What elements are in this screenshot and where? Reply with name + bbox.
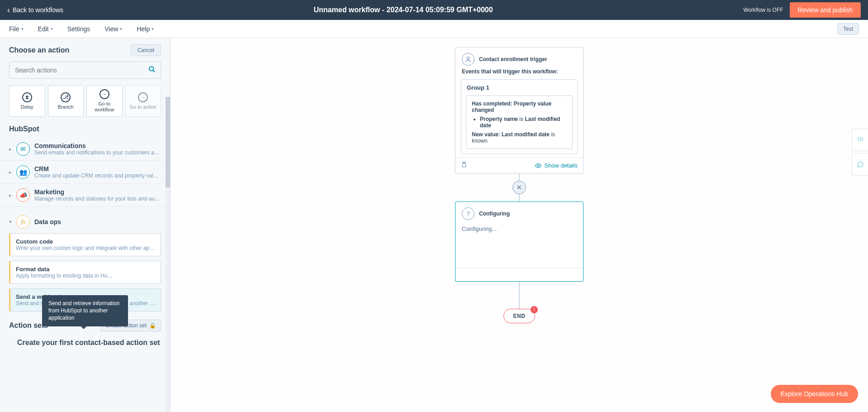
eye-icon: [535, 163, 541, 169]
chevron-down-icon: ▾: [152, 26, 154, 31]
search-input[interactable]: [9, 62, 161, 79]
svg-rect-6: [858, 138, 859, 139]
svg-line-1: [153, 70, 155, 72]
top-bar: ‹ Back to workflows Unnamed workflow - 2…: [0, 0, 868, 20]
question-icon: ?: [462, 207, 474, 220]
clipboard-icon[interactable]: [461, 162, 467, 169]
lock-icon: 🔒: [149, 322, 156, 329]
menu-bar: File▾ Edit▾ Settings View▾ Help▾ Test: [0, 20, 868, 38]
remove-step-button[interactable]: ✕: [512, 181, 526, 194]
chevron-right-icon: ▸: [9, 192, 12, 198]
category-data-ops-header[interactable]: ▸ fx Data ops: [0, 211, 170, 233]
explore-operations-hub-button[interactable]: Explore Operations Hub: [771, 385, 858, 403]
delay-icon: ⧗: [22, 92, 32, 102]
chevron-down-icon: ▾: [21, 26, 24, 31]
action-sidebar: Choose an action Cancel ⧗ Delay ⎇ Branch: [0, 38, 171, 412]
action-format-data[interactable]: Format data Apply formatting to existing…: [9, 261, 161, 284]
category-marketing[interactable]: ▸ 📣 Marketing Manage records and statuse…: [0, 184, 170, 207]
back-label: Back to workflows: [13, 6, 63, 14]
arrow-right-icon: →: [138, 92, 148, 102]
minimap-button[interactable]: [852, 129, 868, 151]
menu-view[interactable]: View▾: [104, 25, 122, 33]
branch-icon: ⎇: [61, 92, 71, 102]
arrow-right-icon: →: [100, 89, 109, 99]
svg-rect-8: [862, 138, 863, 139]
contact-icon: [462, 53, 474, 66]
chevron-down-icon: ▾: [51, 26, 53, 31]
review-publish-button[interactable]: Review and publish: [790, 2, 861, 18]
quick-go-to-workflow[interactable]: → Go to workflow: [86, 85, 123, 117]
trigger-filter: Has completed: Property value changed Pr…: [466, 96, 573, 149]
svg-point-0: [149, 67, 153, 71]
function-icon: fx: [16, 215, 30, 229]
group-title: Group 1: [461, 80, 577, 96]
comments-button[interactable]: [852, 153, 868, 176]
webhook-tooltip: Send and retrieve information from HubSp…: [42, 295, 128, 326]
enrollment-trigger-node[interactable]: Contact enrollment trigger Events that w…: [455, 47, 583, 173]
sidebar-title: Choose an action: [9, 46, 69, 54]
chevron-right-icon: ▸: [9, 146, 12, 152]
scrollbar-thumb[interactable]: [166, 97, 170, 187]
workflow-title: Unnamed workflow - 2024-07-14 05:09:59 G…: [63, 6, 743, 14]
hubspot-heading: HubSpot: [9, 125, 161, 133]
cancel-button[interactable]: Cancel: [131, 44, 161, 56]
chevron-right-icon: ▸: [9, 169, 12, 175]
configuring-body: Configuring...: [455, 223, 583, 264]
menu-file[interactable]: File▾: [9, 25, 24, 33]
first-action-set-cta[interactable]: Create your first contact-based action s…: [9, 339, 161, 347]
action-custom-code[interactable]: Custom code Write your own custom logic …: [9, 233, 161, 256]
svg-point-5: [538, 165, 540, 167]
workflow-status: Workflow is OFF: [743, 7, 783, 13]
chevron-down-icon: ▾: [120, 26, 122, 31]
svg-rect-7: [859, 138, 861, 139]
quick-delay[interactable]: ⧗ Delay: [9, 85, 45, 117]
quick-actions-grid: ⧗ Delay ⎇ Branch → Go to workflow → Go t…: [9, 85, 161, 117]
chevron-down-icon: ▸: [8, 220, 14, 223]
alert-badge-icon: !: [531, 306, 538, 313]
back-to-workflows-link[interactable]: ‹ Back to workflows: [7, 5, 63, 15]
show-details-link[interactable]: Show details: [535, 162, 578, 169]
test-button[interactable]: Test: [837, 23, 859, 35]
category-crm[interactable]: ▸ 👥 CRM Create and update CRM records an…: [0, 161, 170, 184]
svg-rect-11: [862, 139, 863, 141]
search-icon[interactable]: [148, 66, 156, 75]
menu-help[interactable]: Help▾: [137, 25, 154, 33]
menu-edit[interactable]: Edit▾: [38, 25, 53, 33]
people-icon: 👥: [16, 165, 30, 179]
menu-settings[interactable]: Settings: [67, 25, 90, 33]
svg-point-2: [467, 57, 469, 59]
quick-go-to-action: → Go to action: [125, 85, 161, 117]
chevron-left-icon: ‹: [7, 5, 10, 15]
configuring-node[interactable]: ? Configuring Configuring...: [455, 201, 583, 282]
end-node[interactable]: END !: [503, 309, 535, 323]
workflow-canvas[interactable]: Contact enrollment trigger Events that w…: [171, 38, 868, 412]
svg-rect-10: [859, 139, 861, 141]
megaphone-icon: 📣: [16, 188, 30, 202]
mail-icon: ✉: [16, 142, 30, 156]
quick-branch[interactable]: ⎇ Branch: [48, 85, 84, 117]
svg-rect-9: [858, 139, 859, 141]
category-communications[interactable]: ▸ ✉ Communications Send emails and notif…: [0, 138, 170, 161]
